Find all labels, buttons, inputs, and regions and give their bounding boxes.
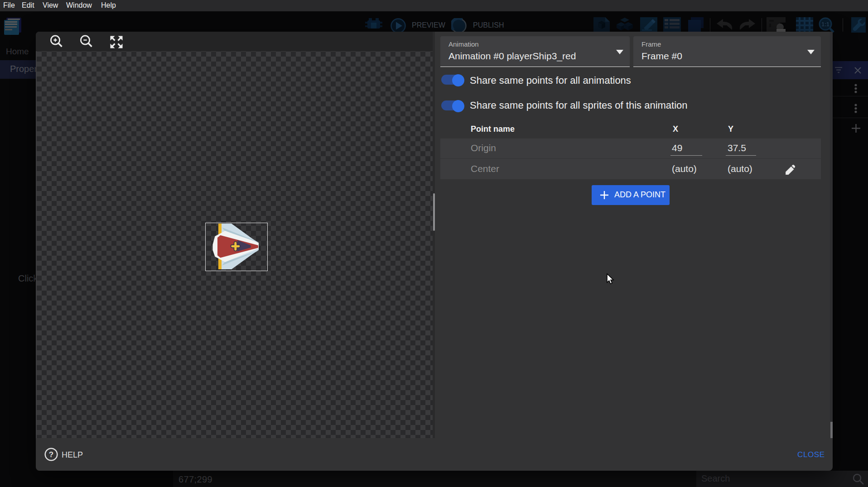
svg-text:1:1: 1:1 [821, 21, 829, 28]
svg-text:?: ? [49, 450, 53, 459]
